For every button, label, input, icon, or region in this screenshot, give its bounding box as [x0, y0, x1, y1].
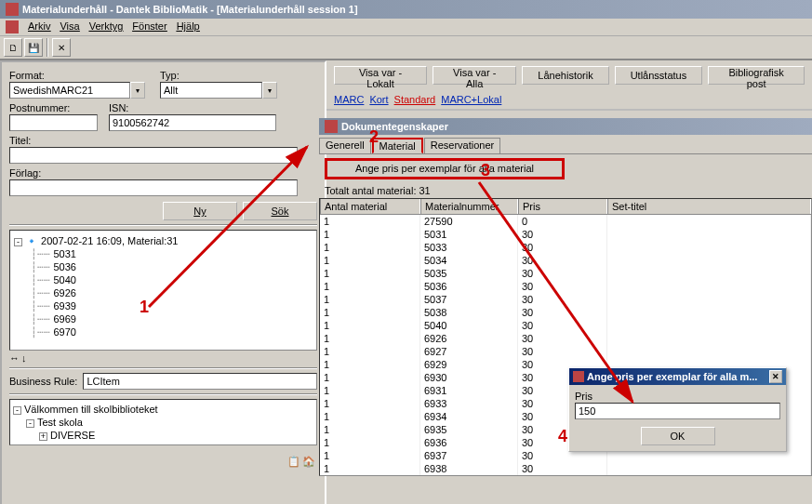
- table-row[interactable]: 1692730: [320, 345, 811, 358]
- tree-item[interactable]: ┆┄┄ 6969: [14, 312, 313, 325]
- table-row[interactable]: 1503630: [320, 280, 811, 293]
- tab-reservationer[interactable]: Reservationer: [424, 138, 500, 153]
- library-tree[interactable]: -Välkommen till skolbiblioteket -Test sk…: [9, 399, 317, 445]
- table-row[interactable]: 1503830: [320, 306, 811, 319]
- tree-item[interactable]: ┆┄┄ 5036: [14, 260, 313, 273]
- typ-dropdown[interactable]: [160, 82, 262, 99]
- tab-material[interactable]: Material: [372, 138, 423, 153]
- menu-fonster[interactable]: Fönster: [132, 20, 166, 33]
- right-panel: Visa var - Lokalt Visa var - Alla Lånehi…: [326, 60, 812, 504]
- table-row[interactable]: 1692630: [320, 332, 811, 345]
- tree-item[interactable]: ┆┄┄ 5031: [14, 247, 313, 260]
- table-row[interactable]: 1503330: [320, 241, 811, 254]
- isn-label: ISN:: [109, 102, 276, 113]
- typ-dropdown-btn[interactable]: [262, 82, 277, 99]
- typ-label: Typ:: [160, 70, 281, 81]
- doc-props-titlebar: Dokumentegenskaper: [319, 118, 812, 135]
- format-label: Format:: [9, 70, 149, 81]
- doc-icon: [325, 120, 338, 133]
- menu-arkiv[interactable]: Arkiv: [28, 20, 50, 33]
- total-material-label: Totalt antal material: 31: [319, 183, 812, 198]
- pris-input[interactable]: [575, 403, 780, 419]
- titel-input[interactable]: [9, 147, 298, 164]
- menu-visa[interactable]: Visa: [60, 20, 79, 33]
- table-row[interactable]: 1693830: [320, 462, 811, 475]
- left-panel: Format: Typ: Postnummer: ISN:: [0, 60, 326, 504]
- menu-bar: Arkiv Visa Verktyg Fönster Hjälp: [0, 19, 812, 36]
- business-rule-input[interactable]: [83, 373, 317, 390]
- btn-visa-alla[interactable]: Visa var - Alla: [433, 66, 516, 85]
- table-row[interactable]: 1504030: [320, 319, 811, 332]
- table-row[interactable]: 1275900: [320, 215, 811, 228]
- forlag-input[interactable]: [9, 179, 298, 196]
- dialog-icon: [573, 371, 584, 382]
- isn-input[interactable]: [109, 114, 276, 131]
- lib-tree-btn1[interactable]: 📋: [287, 456, 300, 468]
- btn-ange-pris[interactable]: Ange pris per exemplar för alla material: [325, 158, 565, 179]
- window-title: Materialunderhåll - Dantek BiblioMatik -…: [22, 4, 358, 15]
- tree-root[interactable]: 2007-02-21 16:09, Material:31: [41, 235, 178, 246]
- window-titlebar: Materialunderhåll - Dantek BiblioMatik -…: [0, 0, 812, 19]
- app-icon: [6, 3, 19, 16]
- business-rule-label: Business Rule:: [9, 376, 77, 387]
- pris-label: Pris: [575, 391, 780, 402]
- postnummer-label: Postnummer:: [9, 102, 98, 113]
- table-row[interactable]: 1503530: [320, 267, 811, 280]
- btn-utlanstatus[interactable]: Utlånsstatus: [615, 66, 703, 85]
- link-kort[interactable]: Kort: [369, 94, 388, 105]
- result-tree[interactable]: -🔹 2007-02-21 16:09, Material:31 ┆┄┄ 503…: [9, 230, 317, 351]
- col-settitel[interactable]: Set-titel: [607, 199, 811, 214]
- col-pris[interactable]: Pris: [518, 199, 607, 214]
- dialog-close-icon[interactable]: ✕: [769, 370, 782, 383]
- col-materialnummer[interactable]: Materialnummer: [420, 199, 518, 214]
- link-marc[interactable]: MARC: [334, 94, 364, 105]
- format-dropdown-btn[interactable]: [130, 82, 145, 99]
- tree-btn1[interactable]: ↔: [9, 352, 20, 364]
- table-row[interactable]: 1503730: [320, 293, 811, 306]
- btn-visa-lokalt[interactable]: Visa var - Lokalt: [334, 66, 427, 85]
- toolbar: 🗋 💾 ✕: [0, 36, 812, 60]
- tree-btn2[interactable]: ↓: [21, 352, 27, 364]
- tree-item[interactable]: ┆┄┄ 5040: [14, 273, 313, 286]
- sok-button[interactable]: Sök: [243, 202, 317, 220]
- lib-tree-btn2[interactable]: 🏠: [302, 456, 315, 468]
- col-antal[interactable]: Antal material: [320, 199, 420, 214]
- price-dialog: Ange pris per exemplar för alla m... ✕ P…: [568, 367, 787, 452]
- forlag-label: Förlag:: [9, 167, 298, 179]
- app-small-icon: [6, 20, 19, 33]
- postnummer-input[interactable]: [9, 114, 98, 131]
- toolbar-new-icon[interactable]: 🗋: [4, 38, 22, 57]
- tree-item[interactable]: ┆┄┄ 6926: [14, 286, 313, 299]
- link-standard[interactable]: Standard: [394, 94, 436, 105]
- toolbar-x-icon[interactable]: ✕: [52, 38, 71, 57]
- btn-bibliografisk[interactable]: Bibliografisk post: [708, 66, 805, 85]
- tab-generell[interactable]: Generell: [319, 138, 371, 153]
- format-dropdown[interactable]: [9, 82, 130, 99]
- link-marclokal[interactable]: MARC+Lokal: [441, 94, 501, 105]
- tree-item[interactable]: ┆┄┄ 6939: [14, 299, 313, 312]
- ok-button[interactable]: OK: [641, 427, 715, 445]
- toolbar-save-icon[interactable]: 💾: [24, 38, 43, 57]
- table-row[interactable]: 1503130: [320, 228, 811, 241]
- ny-button[interactable]: Ny: [163, 202, 237, 220]
- table-row[interactable]: 1503430: [320, 254, 811, 267]
- btn-lanehistorik[interactable]: Lånehistorik: [522, 66, 608, 85]
- tree-item[interactable]: ┆┄┄ 6970: [14, 325, 313, 338]
- menu-hjalp[interactable]: Hjälp: [177, 20, 200, 33]
- titel-label: Titel:: [9, 135, 298, 146]
- menu-verktyg[interactable]: Verktyg: [89, 20, 124, 33]
